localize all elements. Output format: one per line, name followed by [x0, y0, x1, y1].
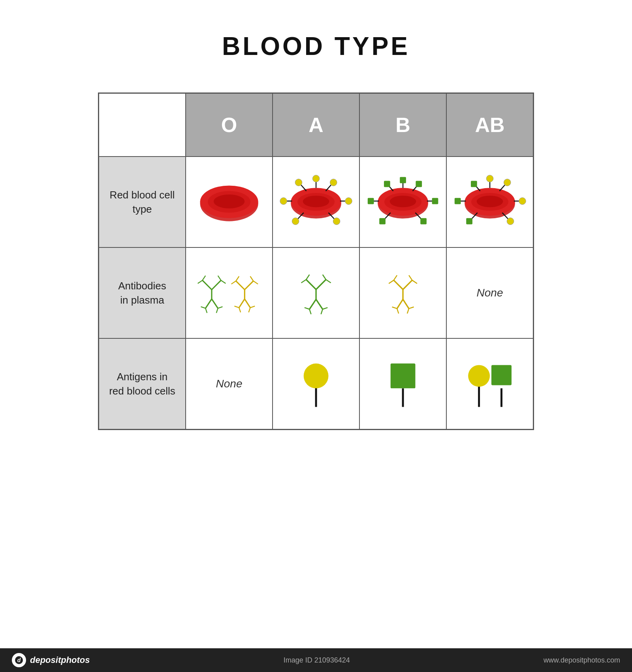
antibodies-o-cell: [186, 247, 273, 338]
svg-line-70: [216, 308, 218, 313]
svg-line-62: [202, 276, 205, 281]
svg-line-63: [221, 281, 226, 284]
svg-line-89: [326, 280, 331, 283]
svg-rect-51: [455, 198, 461, 204]
rbc-b-cell: [359, 157, 446, 247]
svg-point-53: [519, 198, 526, 205]
svg-line-64: [218, 276, 221, 281]
svg-line-91: [309, 300, 316, 310]
svg-line-96: [321, 310, 323, 315]
svg-point-3: [214, 194, 245, 208]
footer-image-id: Image ID 210936424: [284, 656, 350, 664]
svg-line-80: [234, 306, 239, 308]
rbc-ab-cell: [446, 157, 533, 247]
svg-line-101: [394, 276, 397, 281]
svg-line-73: [245, 281, 253, 290]
svg-line-98: [394, 280, 403, 289]
svg-line-60: [212, 281, 221, 290]
svg-point-45: [486, 175, 493, 182]
svg-line-66: [212, 299, 218, 309]
svg-line-86: [316, 280, 326, 290]
svg-line-85: [306, 280, 316, 290]
none-label-o: None: [216, 378, 243, 390]
svg-point-19: [292, 218, 299, 225]
svg-line-107: [397, 309, 399, 314]
header-B: B: [359, 93, 446, 157]
svg-line-81: [239, 308, 241, 313]
svg-point-25: [390, 196, 416, 207]
svg-line-105: [403, 300, 409, 309]
svg-line-104: [397, 300, 403, 309]
svg-rect-113: [391, 364, 416, 389]
svg-line-75: [236, 276, 239, 281]
svg-point-7: [303, 196, 329, 207]
antigens-ab-cell: [446, 338, 533, 429]
svg-point-21: [333, 218, 340, 225]
svg-rect-35: [432, 198, 438, 204]
antigens-o-cell: None: [186, 338, 273, 429]
depositphotos-icon: d: [12, 653, 26, 667]
antibodies-a-cell: [273, 247, 359, 338]
row-label-antibodies: Antibodiesin plasma: [99, 247, 186, 338]
svg-line-90: [323, 275, 326, 280]
svg-rect-55: [466, 218, 472, 225]
svg-line-88: [306, 275, 309, 280]
header-O: O: [186, 93, 273, 157]
svg-line-87: [301, 280, 306, 283]
svg-line-99: [403, 280, 412, 289]
header-empty: [99, 93, 186, 157]
footer-logo: d depositphotos: [12, 653, 90, 667]
svg-point-43: [477, 196, 503, 207]
svg-line-61: [198, 281, 203, 284]
svg-rect-27: [400, 177, 406, 183]
svg-line-77: [250, 276, 253, 281]
svg-line-74: [231, 281, 236, 284]
svg-line-68: [205, 308, 207, 313]
rbc-o-cell: [186, 157, 273, 247]
svg-line-106: [392, 307, 397, 309]
footer-bar: d depositphotos Image ID 210936424 www.d…: [0, 648, 632, 672]
svg-line-93: [305, 308, 310, 310]
svg-rect-117: [491, 365, 512, 385]
svg-point-49: [504, 179, 511, 186]
svg-point-13: [330, 179, 337, 186]
header-AB: AB: [446, 93, 533, 157]
svg-line-67: [201, 307, 205, 308]
svg-point-111: [304, 364, 329, 389]
svg-line-94: [309, 310, 311, 315]
rbc-a-cell: [273, 157, 359, 247]
svg-line-76: [253, 281, 258, 284]
svg-line-100: [389, 280, 394, 283]
svg-line-72: [236, 281, 245, 290]
svg-line-59: [202, 281, 212, 290]
antibodies-b-cell: [359, 247, 446, 338]
none-label: None: [477, 287, 503, 299]
svg-point-9: [312, 175, 320, 182]
row-label-antigens: Antigens inred blood cells: [99, 338, 186, 429]
header-A: A: [273, 93, 359, 157]
antigens-a-cell: [273, 338, 359, 429]
svg-rect-47: [471, 181, 477, 187]
svg-line-109: [407, 309, 409, 314]
row-label-rbc: Red blood celltype: [99, 157, 186, 247]
svg-point-17: [345, 198, 352, 205]
svg-line-92: [316, 300, 323, 310]
svg-line-65: [205, 299, 212, 309]
footer-website: www.depositphotos.com: [544, 656, 620, 664]
svg-point-57: [507, 218, 514, 225]
svg-line-83: [248, 308, 250, 313]
svg-rect-31: [416, 181, 422, 187]
svg-line-79: [245, 299, 250, 308]
page-title: BLOOD TYPE: [222, 32, 410, 61]
svg-rect-29: [384, 181, 390, 187]
svg-line-108: [409, 307, 414, 309]
svg-line-95: [323, 308, 328, 310]
svg-point-115: [468, 365, 490, 387]
svg-text:d: d: [17, 657, 21, 663]
antibodies-ab-cell: None: [446, 247, 533, 338]
svg-rect-33: [368, 198, 374, 204]
svg-rect-39: [420, 218, 427, 225]
svg-rect-37: [379, 218, 386, 225]
svg-point-15: [280, 198, 287, 205]
svg-point-11: [295, 179, 302, 186]
